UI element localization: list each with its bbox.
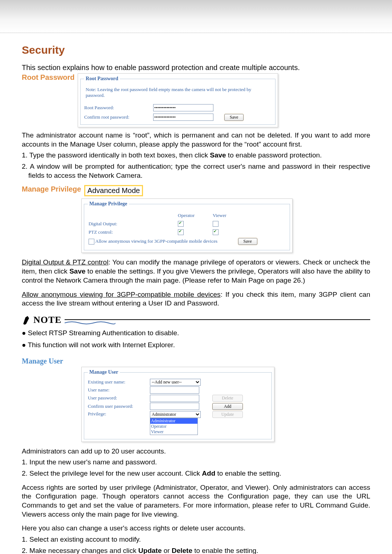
privilege-table: Operator Viewer Digital Output: PTZ cont… [88, 211, 263, 246]
page-header-gradient [0, 0, 392, 33]
confirm-user-password-input[interactable] [150, 403, 199, 410]
row-digital-output: Digital Output: [89, 220, 177, 227]
manage-user-p1: Administrators can add up to 20 user acc… [22, 447, 370, 456]
anonymous-paragraph: Allow anonymous viewing for 3GPP-compati… [22, 290, 370, 308]
root-password-heading: Root Password [22, 73, 75, 81]
privilege-option-operator[interactable]: Operator [150, 424, 197, 429]
advanced-mode-badge: Advanced Mode [84, 185, 143, 196]
digital-output-viewer-checkbox[interactable] [213, 221, 219, 227]
allow-anonymous-checkbox[interactable] [89, 239, 94, 245]
add-button[interactable]: Add [212, 403, 243, 410]
privilege-select[interactable]: Administrator [150, 411, 201, 418]
page-title: Security [22, 44, 370, 56]
privilege-dropdown-list[interactable]: Administrator Operator Viewer [150, 418, 198, 435]
manage-privilege-legend: Manage Privilege [88, 201, 129, 207]
ptz-operator-checkbox[interactable] [178, 229, 184, 235]
root-password-note: Note: Leaving the root password field em… [84, 85, 271, 102]
root-password-legend: Root Password [84, 76, 120, 82]
delete-button[interactable]: Delete [212, 395, 243, 402]
privilege-paragraph: Digital Output & PTZ control: You can mo… [22, 258, 370, 285]
user-password-input[interactable] [150, 395, 199, 402]
manage-user-p3: Here you also can change a user's access… [22, 524, 370, 533]
manage-privilege-heading: Manage Privilege [22, 185, 81, 193]
privilege-option-viewer[interactable]: Viewer [150, 429, 197, 435]
manage-privilege-save-button[interactable]: Save [238, 238, 257, 245]
intro-text: This section explains how to enable pass… [22, 63, 370, 73]
note-bullet-1: ● Select RTSP Streaming Authentication t… [22, 328, 370, 338]
manage-user-p2: Access rights are sorted by user privile… [22, 483, 370, 519]
col-operator: Operator [178, 212, 212, 219]
privilege-option-admin[interactable]: Administrator [150, 418, 197, 424]
manage-user-step4: 2. Make necessary changes and click Upda… [22, 546, 370, 554]
manage-privilege-row: Manage Privilege Advanced Mode [22, 185, 370, 196]
user-name-input[interactable] [150, 386, 199, 394]
root-password-screenshot: Root Password Note: Leaving the root pas… [78, 73, 278, 127]
root-password-step2: 2. A window will be prompted for authent… [22, 162, 370, 180]
ptz-viewer-checkbox[interactable] [213, 229, 219, 235]
manage-user-screenshot: Manage User Existing user name: --Add ne… [81, 367, 274, 442]
col-viewer: Viewer [213, 212, 262, 219]
manage-user-heading: Manage User [22, 357, 370, 365]
manage-user-step1: 1. Input the new user's name and passwor… [22, 458, 370, 467]
digital-output-operator-checkbox[interactable] [178, 221, 184, 227]
existing-user-label: Existing user name: [88, 378, 150, 386]
user-name-label: User name: [88, 386, 150, 394]
confirm-root-password-label: Confirm root password: [84, 114, 153, 120]
root-password-step1: 1. Type the password identically in both… [22, 151, 370, 160]
squiggle-icon [65, 321, 115, 325]
root-password-save-button[interactable]: Save [224, 114, 244, 121]
note-heading-row: NOTE [22, 315, 370, 325]
pen-icon [22, 315, 31, 325]
root-password-label: Root Password: [84, 105, 153, 111]
note-label: NOTE [22, 315, 62, 325]
update-button[interactable]: Update [212, 411, 243, 418]
root-password-input[interactable] [153, 104, 213, 111]
root-password-paragraph: The administrator account name is “root”… [22, 131, 370, 149]
manage-privilege-screenshot: Manage Privilege Operator Viewer Digital… [81, 198, 293, 253]
page-body: Security This section explains how to en… [0, 33, 392, 554]
row-ptz-control: PTZ control: [89, 228, 177, 236]
user-password-label: User password: [88, 394, 150, 402]
manage-user-legend: Manage User [88, 369, 120, 375]
manage-user-step2: 2. Select the privilege level for the ne… [22, 469, 370, 478]
confirm-root-password-input[interactable] [153, 114, 213, 121]
existing-user-select[interactable]: --Add new user-- [150, 379, 201, 386]
manage-user-step3: 1. Select an existing account to modify. [22, 535, 370, 544]
privilege-label: Privilege: [88, 410, 150, 435]
note-bullet-2: ● This function will not work with Inter… [22, 340, 370, 350]
allow-anonymous-label: Allow anonymous viewing for 3GPP-compati… [95, 238, 218, 244]
root-password-row: Root Password Root Password Note: Leavin… [22, 73, 370, 127]
confirm-user-password-label: Confirm user password: [88, 402, 150, 411]
